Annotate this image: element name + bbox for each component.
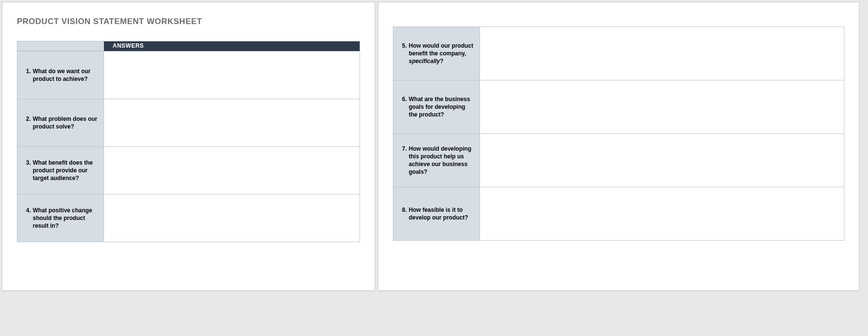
- table-row: 4. What positive change should the produ…: [17, 194, 360, 242]
- question-cell: 3. What benefit does the product provide…: [17, 147, 104, 194]
- question-cell: 6. What are the business goals for devel…: [393, 80, 480, 133]
- answer-cell[interactable]: [104, 194, 360, 242]
- question-number: 2.: [26, 115, 31, 130]
- worksheet-title: PRODUCT VISION STATEMENT WORKSHEET: [17, 17, 360, 26]
- question-number: 8.: [402, 206, 407, 221]
- question-text: What positive change should the product …: [33, 207, 99, 230]
- header-question-blank: [17, 41, 104, 51]
- question-text: How feasible is it to develop our produc…: [409, 206, 475, 221]
- question-text: What benefit does the product provide ou…: [33, 159, 99, 182]
- question-text: What do we want our product to achieve?: [33, 67, 99, 83]
- question-number: 5.: [402, 42, 407, 65]
- table-row: 5. How would our product benefit the com…: [393, 27, 844, 80]
- header-row: ANSWERS: [17, 41, 360, 51]
- question-number: 4.: [26, 207, 31, 230]
- question-text: What problem does our product solve?: [33, 115, 99, 130]
- answer-cell[interactable]: [480, 134, 844, 187]
- question-number: 6.: [402, 95, 407, 119]
- worksheet-table-left: ANSWERS 1. What do we want our product t…: [17, 41, 360, 242]
- table-row: 6. What are the business goals for devel…: [393, 80, 844, 133]
- answer-cell[interactable]: [104, 52, 360, 99]
- question-cell: 5. How would our product benefit the com…: [393, 27, 480, 80]
- answer-cell[interactable]: [480, 27, 844, 80]
- header-answers: ANSWERS: [104, 41, 360, 51]
- question-number: 1.: [26, 67, 31, 83]
- page-2: 5. How would our product benefit the com…: [378, 2, 859, 291]
- answer-cell[interactable]: [480, 187, 844, 240]
- answer-cell[interactable]: [480, 80, 844, 133]
- question-text: How would our product benefit the compan…: [409, 42, 475, 65]
- page-1: PRODUCT VISION STATEMENT WORKSHEET ANSWE…: [2, 2, 375, 291]
- question-text: What are the business goals for developi…: [409, 95, 475, 119]
- table-row: 2. What problem does our product solve?: [17, 99, 360, 146]
- question-cell: 2. What problem does our product solve?: [17, 99, 104, 146]
- table-row: 3. What benefit does the product provide…: [17, 146, 360, 194]
- question-number: 7.: [402, 145, 407, 176]
- table-row: 1. What do we want our product to achiev…: [17, 51, 360, 99]
- question-text: How would developing this product help u…: [409, 145, 475, 176]
- question-cell: 7. How would developing this product hel…: [393, 134, 480, 187]
- question-number: 3.: [26, 159, 31, 182]
- table-row: 8. How feasible is it to develop our pro…: [393, 187, 844, 240]
- table-row: 7. How would developing this product hel…: [393, 133, 844, 187]
- question-cell: 1. What do we want our product to achiev…: [17, 52, 104, 99]
- answer-cell[interactable]: [104, 147, 360, 194]
- answer-cell[interactable]: [104, 99, 360, 146]
- question-cell: 8. How feasible is it to develop our pro…: [393, 187, 480, 240]
- worksheet-table-right: 5. How would our product benefit the com…: [393, 26, 844, 241]
- question-cell: 4. What positive change should the produ…: [17, 194, 104, 242]
